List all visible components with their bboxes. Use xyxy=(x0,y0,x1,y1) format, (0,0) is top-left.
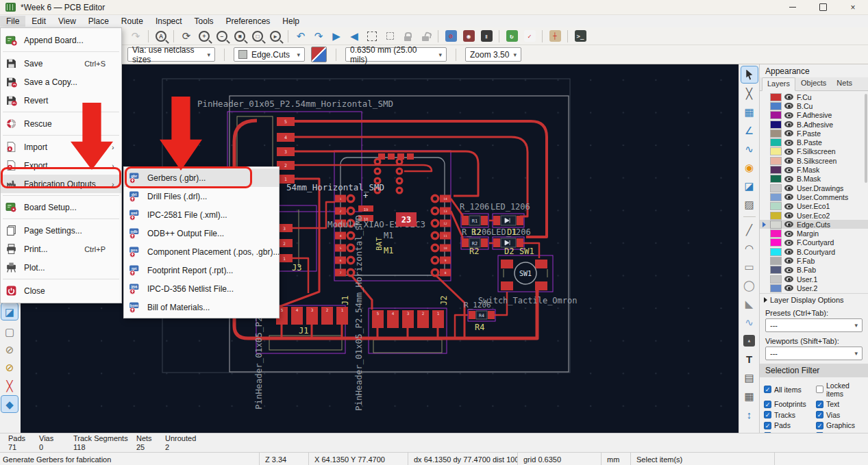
zoom-out-icon[interactable]: − xyxy=(214,28,230,45)
checkbox[interactable]: ✓ xyxy=(764,411,771,418)
place-footprint-tool[interactable]: ▦ xyxy=(741,103,758,120)
visibility-eye-icon[interactable] xyxy=(784,267,793,273)
draw-line-tool[interactable]: ╱ xyxy=(741,221,758,238)
visibility-eye-icon[interactable] xyxy=(784,158,793,164)
route-tracks-tool[interactable]: ∠ xyxy=(741,122,758,138)
checkbox[interactable]: ✓ xyxy=(764,422,771,429)
layer-color-swatch[interactable] xyxy=(771,212,781,219)
layer-color-swatch[interactable] xyxy=(771,112,781,118)
flip-vertical-icon[interactable]: ◀ xyxy=(346,28,362,45)
checkbox[interactable]: ✓ xyxy=(816,401,823,408)
visibility-eye-icon[interactable] xyxy=(784,285,793,291)
filter-vias[interactable]: ✓Vias xyxy=(816,411,864,419)
rotate-cw-icon[interactable]: ↷ xyxy=(310,28,327,45)
hide-pads-icon[interactable]: ⊘ xyxy=(1,359,18,375)
filter-pads[interactable]: ✓Pads xyxy=(764,421,816,429)
close-button[interactable]: × xyxy=(838,0,868,14)
layer-row-user-drawings[interactable]: User.Drawings xyxy=(760,184,868,192)
layer-row-f-courtyard[interactable]: F.Courtyard xyxy=(760,238,868,247)
layer-row-user-eco2[interactable]: User.Eco2 xyxy=(760,211,868,220)
menubar-item-help[interactable]: Help xyxy=(276,16,306,27)
layer-row-user-comments[interactable]: User.Comments xyxy=(760,192,868,201)
visibility-eye-icon[interactable] xyxy=(784,203,793,210)
layer-pair-indicator[interactable] xyxy=(311,47,327,62)
tab-nets[interactable]: Nets xyxy=(832,77,857,90)
visibility-eye-icon[interactable] xyxy=(784,112,793,118)
menubar-item-edit[interactable]: Edit xyxy=(25,16,52,27)
layer-row-b-mask[interactable]: B.Mask xyxy=(760,175,868,184)
layer-color-swatch[interactable] xyxy=(771,221,781,228)
submenu-item-bill-of-materials[interactable]: bomBill of Materials... xyxy=(124,298,279,316)
checkbox[interactable] xyxy=(816,386,823,393)
menu-item-revert[interactable]: Revert xyxy=(1,91,121,110)
ungroup-items-icon[interactable] xyxy=(382,28,398,45)
update-footprints-icon[interactable]: ▮ xyxy=(478,28,495,45)
cleanup-tracks-icon[interactable]: ⊘ xyxy=(443,28,459,45)
layer-color-swatch[interactable] xyxy=(771,257,781,264)
layer-row-b-courtyard[interactable]: B.Courtyard xyxy=(760,247,868,256)
submenu-item-ipc-2581-file-xml[interactable]: xmlIPC-2581 File (.xml)... xyxy=(124,205,279,224)
menu-item-plot[interactable]: Plot... xyxy=(1,258,121,277)
layer-row-b-silkscreen[interactable]: B.Silkscreen xyxy=(760,156,868,165)
layer-row-user-eco1[interactable]: User.Eco1 xyxy=(760,202,868,211)
viewports-select[interactable]: --- ▾ xyxy=(765,347,863,360)
layer-color-swatch[interactable] xyxy=(771,130,781,137)
add-dimension-tool[interactable]: ↕ xyxy=(741,406,758,423)
draw-polygon-tool[interactable]: ◣ xyxy=(741,295,758,312)
layer-row-b-paste[interactable]: B.Paste xyxy=(760,138,868,147)
lock-icon[interactable] xyxy=(399,28,416,45)
zoom-in-icon[interactable]: + xyxy=(196,28,212,45)
update-pcb-from-schematic-icon[interactable]: ↻ xyxy=(504,28,520,45)
submenu-item-drill-files-drl[interactable]: drlDrill Files (.drl)... xyxy=(124,187,279,205)
scripting-console-icon[interactable]: >_ xyxy=(572,28,588,45)
zoom-select[interactable]: Zoom 3.50 ▾ xyxy=(465,47,521,62)
tab-layers[interactable]: Layers xyxy=(762,77,795,91)
visibility-eye-icon[interactable] xyxy=(784,103,793,109)
checkbox[interactable]: ✓ xyxy=(764,401,771,408)
unlock-icon[interactable] xyxy=(417,28,434,45)
filter-graphics[interactable]: ✓Graphics xyxy=(816,421,864,429)
filter-tracks[interactable]: ✓Tracks xyxy=(764,411,816,419)
add-image-tool[interactable]: ▴ xyxy=(741,332,758,349)
layer-row-f-cu[interactable]: F.Cu xyxy=(760,92,868,101)
menubar-item-tools[interactable]: Tools xyxy=(188,16,220,27)
add-text-tool[interactable]: T xyxy=(741,351,758,367)
zoom-objects-icon[interactable]: □ xyxy=(249,28,266,45)
menubar-item-view[interactable]: View xyxy=(52,16,82,27)
local-ratsnest-tool[interactable]: ╳ xyxy=(741,85,758,101)
layer-row-b-fab[interactable]: B.Fab xyxy=(760,266,868,275)
layer-color-swatch[interactable] xyxy=(771,121,781,128)
menu-item-board-setup[interactable]: Board Setup... xyxy=(1,198,121,216)
filter-text[interactable]: ✓Text xyxy=(816,400,864,408)
menu-item-export[interactable]: Export› xyxy=(1,156,121,175)
menu-item-close[interactable]: Close xyxy=(1,281,121,300)
filter-footprints[interactable]: ✓Footprints xyxy=(764,400,816,408)
visibility-eye-icon[interactable] xyxy=(784,231,793,237)
active-layer-select[interactable]: Edge.Cuts ▾ xyxy=(234,47,305,62)
layer-row-b-cu[interactable]: B.Cu xyxy=(760,101,868,110)
layer-color-swatch[interactable] xyxy=(771,148,781,155)
draw-arc-tool[interactable]: ◠ xyxy=(741,240,758,256)
layer-color-swatch[interactable] xyxy=(771,230,781,237)
layer-color-swatch[interactable] xyxy=(771,185,781,192)
layer-color-swatch[interactable] xyxy=(771,139,781,146)
draw-rectangle-tool[interactable]: ▭ xyxy=(741,258,758,275)
maximize-button[interactable] xyxy=(808,0,838,14)
visibility-eye-icon[interactable] xyxy=(784,149,793,155)
menubar-item-file[interactable]: File xyxy=(0,16,25,27)
add-via-tool[interactable]: ◉ xyxy=(741,159,758,175)
submenu-item-component-placement-pos-gbr[interactable]: posComponent Placement (.pos, .gbr)... xyxy=(124,242,279,261)
submenu-item-footprint-report-rpt[interactable]: rptFootprint Report (.rpt)... xyxy=(124,261,279,279)
checkbox[interactable]: ✓ xyxy=(816,411,823,418)
visibility-eye-icon[interactable] xyxy=(784,212,793,218)
visibility-eye-icon[interactable] xyxy=(784,240,793,246)
select-tool[interactable] xyxy=(741,66,758,83)
layer-row-margin[interactable]: Margin xyxy=(760,229,868,238)
layer-row-b-adhesive[interactable]: B.Adhesive xyxy=(760,120,868,129)
appearance-panel-toggle-icon[interactable]: ◆ xyxy=(1,396,18,412)
layers-scrollbar[interactable] xyxy=(865,94,867,183)
layer-color-swatch[interactable] xyxy=(771,266,781,273)
layer-row-f-paste[interactable]: F.Paste xyxy=(760,129,868,138)
presets-select[interactable]: --- ▾ xyxy=(765,318,863,332)
layer-row-edge-cuts[interactable]: Edge.Cuts xyxy=(760,220,868,229)
